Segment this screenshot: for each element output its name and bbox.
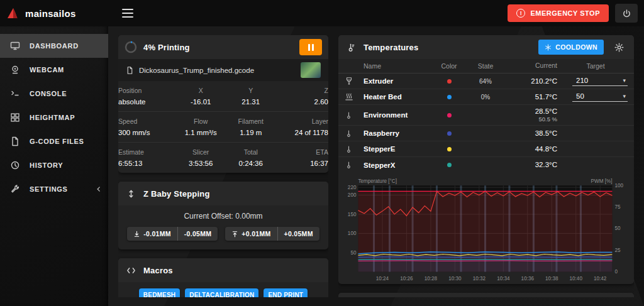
console-icon (9, 88, 21, 99)
macro-end-print-button[interactable]: END PRINT (264, 288, 308, 297)
baby-step-buttons: -0.01MM -0.05MM +0.01MM (118, 226, 328, 249)
temperatures-gear-icon[interactable] (610, 38, 628, 56)
temp-row-extruder: Extruder 64% 210.2°C 210 ▾ (338, 74, 634, 89)
stat-group-time: Estimate Slicer Total ETA 6:55:13 3:53:5… (118, 143, 328, 173)
stat-value: 21.31 (226, 97, 276, 106)
svg-text:10:34: 10:34 (497, 276, 510, 281)
col-header-state: State (465, 62, 506, 70)
target-value: 210 (576, 77, 588, 84)
pause-button[interactable] (299, 39, 322, 55)
temp-row-heater-bed: Heater Bed 0% 51.7°C 50 ▾ (338, 89, 634, 105)
macros-panel: Macros BEDMESH DELTACALIBRATION END PRIN… (118, 258, 328, 297)
sensor-current: 28.5°C (535, 107, 557, 116)
macro-bedmesh-button[interactable]: BEDMESH (139, 288, 180, 297)
z-baby-stepping-title: Z Baby Stepping (143, 189, 210, 199)
console-gear-icon[interactable] (610, 296, 628, 297)
sidebar-item-label: CONSOLE (30, 90, 67, 97)
svg-text:220: 220 (348, 185, 357, 190)
vertical-arrows-icon (125, 187, 137, 200)
sidebar-item-console[interactable]: CONSOLE (0, 82, 108, 106)
svg-text:10:24: 10:24 (376, 276, 389, 281)
stat-value: 3:53:56 (175, 159, 226, 168)
power-icon (622, 9, 631, 18)
stat-label: X (175, 85, 226, 96)
svg-text:10:42: 10:42 (594, 276, 607, 281)
sensor-name: Raspberry (364, 129, 433, 137)
console-header: >_ Console (338, 293, 634, 297)
temp-row-stepperx: StepperX 32.3°C (338, 157, 634, 173)
sidebar-item-label: WEBCAM (30, 66, 64, 74)
sidebar-collapse-chevron-icon[interactable] (96, 186, 102, 192)
stat-label: Position (118, 85, 175, 96)
svg-text:50: 50 (615, 226, 621, 231)
temperature-chart: 50100150200220025507510010:2410:2610:281… (338, 173, 634, 284)
arrow-up-to-line-icon (231, 231, 238, 238)
emergency-stop-button[interactable]: ! EMERGENCY STOP (508, 4, 609, 22)
code-brackets-icon (125, 264, 137, 276)
stat-value: 0:24:36 (226, 159, 276, 168)
sidebar-item-history[interactable]: HISTORY (0, 153, 108, 177)
sidebar-item-label: G-CODE FILES (30, 138, 84, 145)
extruder-target-select[interactable]: 210 ▾ (572, 76, 628, 86)
sidebar-item-label: HISTORY (30, 161, 63, 169)
baby-step-minus-005-button[interactable]: -0.05MM (177, 227, 218, 241)
svg-text:10:36: 10:36 (521, 276, 535, 281)
macro-buttons: BEDMESH DELTACALIBRATION END PRINT MACRO… (118, 282, 328, 297)
stat-value: 16:37 (276, 159, 329, 168)
svg-text:200: 200 (348, 192, 357, 198)
baby-step-plus-005-button[interactable]: +0.05MM (277, 227, 319, 241)
col-header-name: Name (364, 62, 433, 70)
mainsail-logo-icon (6, 7, 20, 19)
document-icon (126, 66, 134, 75)
wrench-icon (9, 183, 21, 195)
color-dot (447, 79, 452, 84)
macro-deltacalibration-button[interactable]: DELTACALIBRATION (185, 288, 258, 297)
svg-text:10:38: 10:38 (545, 276, 558, 281)
button-label: -0.01MM (143, 230, 171, 238)
print-status-title: 4% Printing (143, 43, 190, 52)
app-window: mainsailos ! EMERGENCY STOP DASHBOARD WE… (0, 0, 644, 306)
svg-text:10:28: 10:28 (425, 276, 438, 281)
svg-text:100: 100 (348, 231, 357, 236)
sensor-name: StepperX (364, 161, 433, 169)
button-label: +0.01MM (242, 230, 270, 238)
color-dot (447, 95, 452, 99)
power-button[interactable] (615, 4, 638, 23)
history-clock-icon (9, 160, 21, 171)
svg-text:PWM [%]: PWM [%] (591, 178, 613, 184)
app-shell: DASHBOARD WEBCAM CONSOLE HEIGHTMAP G-COD… (0, 26, 644, 306)
cooldown-button[interactable]: COOLDOWN (538, 40, 604, 55)
stat-label: Layer (276, 116, 329, 126)
thermometer-icon (345, 161, 364, 169)
right-column: Temperatures COOLDOWN Name Color (338, 35, 634, 297)
stat-label: Estimate (118, 147, 175, 157)
menu-hamburger-icon[interactable] (118, 5, 137, 21)
heightmap-icon (9, 112, 21, 123)
thermometer-icon (345, 41, 357, 53)
snowflake-icon (545, 44, 552, 51)
stat-value: 300 mm/s (118, 128, 175, 137)
sidebar-item-gcode-files[interactable]: G-CODE FILES (0, 129, 108, 153)
heater-bed-target-select[interactable]: 50 ▾ (572, 92, 628, 102)
sidebar-item-heightmap[interactable]: HEIGHTMAP (0, 106, 108, 129)
sidebar-item-webcam[interactable]: WEBCAM (0, 58, 108, 82)
svg-text:10:32: 10:32 (473, 276, 486, 281)
svg-text:50: 50 (350, 250, 357, 256)
baby-step-minus-001-button[interactable]: -0.01MM (127, 227, 177, 241)
sidebar-item-settings[interactable]: SETTINGS (0, 177, 108, 201)
webcam-icon (9, 64, 21, 75)
thermometer-icon (345, 145, 364, 153)
current-file-row[interactable]: Dickosaurus_Trump_finished.gcode (118, 59, 328, 81)
current-filename: Dickosaurus_Trump_finished.gcode (139, 67, 254, 74)
sensor-current: 32.3°C (535, 160, 557, 169)
sensor-current: 44.8°C (535, 145, 557, 153)
baby-step-plus-001-button[interactable]: +0.01MM (225, 227, 277, 241)
svg-text:Temperature [°C]: Temperature [°C] (358, 178, 397, 184)
sensor-state: 0% (465, 94, 506, 101)
temperatures-table-header: Name Color State Current Target (338, 59, 634, 74)
dashboard-icon (9, 40, 21, 52)
sidebar-item-dashboard[interactable]: DASHBOARD (0, 34, 108, 58)
baby-step-up-group: +0.01MM +0.05MM (225, 227, 319, 241)
heater-bed-icon (345, 92, 364, 101)
sidebar: DASHBOARD WEBCAM CONSOLE HEIGHTMAP G-COD… (0, 26, 108, 306)
